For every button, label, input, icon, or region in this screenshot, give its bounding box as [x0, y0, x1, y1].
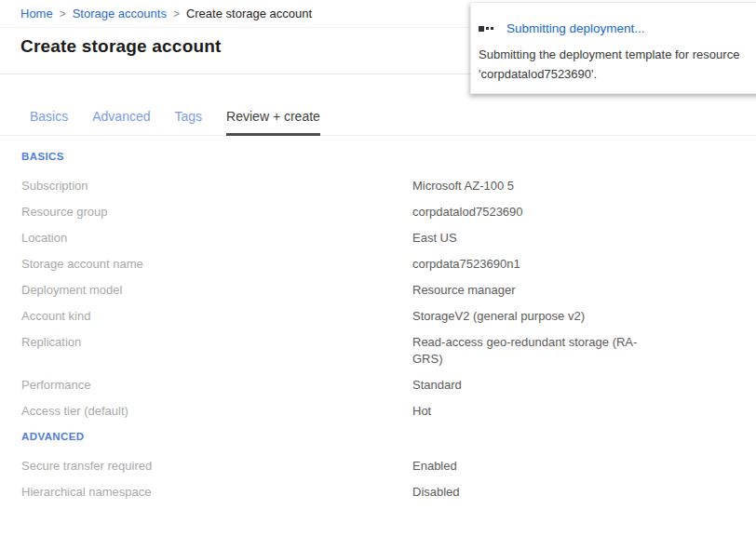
review-row-replication: ReplicationRead-access geo-redundant sto… — [21, 334, 756, 368]
review-value: corpdata7523690n1 — [412, 256, 647, 273]
section-header-basics: BASICS — [21, 151, 756, 162]
review-row-hierarchical-namespace: Hierarchical namespaceDisabled — [21, 484, 756, 501]
review-label: Location — [21, 230, 412, 247]
review-row-secure-transfer-required: Secure transfer requiredEnabled — [21, 458, 756, 475]
toast-title-link[interactable]: Submitting deployment... — [506, 21, 645, 35]
tab-review-create[interactable]: Review + create — [226, 109, 320, 136]
review-label: Deployment model — [21, 282, 412, 299]
review-label: Hierarchical namespace — [21, 484, 412, 501]
review-value: StorageV2 (general purpose v2) — [412, 308, 647, 325]
review-label: Resource group — [21, 204, 412, 221]
review-label: Performance — [21, 377, 412, 394]
review-row-subscription: SubscriptionMicrosoft AZ-100 5 — [21, 178, 756, 194]
review-content: BASICSSubscriptionMicrosoft AZ-100 5Reso… — [0, 151, 756, 501]
review-row-storage-account-name: Storage account namecorpdata7523690n1 — [21, 256, 756, 273]
review-row-deployment-model: Deployment modelResource manager — [21, 282, 756, 299]
review-value: corpdatalod7523690 — [412, 204, 647, 221]
breadcrumb-item-home[interactable]: Home — [20, 7, 53, 20]
review-row-resource-group: Resource groupcorpdatalod7523690 — [21, 204, 756, 221]
breadcrumb-item-create-storage-account: Create storage account — [186, 7, 312, 20]
review-label: Subscription — [21, 178, 412, 194]
review-row-performance: PerformanceStandard — [21, 377, 756, 394]
notification-toast: Submitting deployment... Submitting the … — [470, 2, 756, 94]
breadcrumb-separator: > — [173, 7, 180, 20]
tab-bar: BasicsAdvancedTagsReview + create — [0, 108, 756, 136]
section-header-advanced: ADVANCED — [21, 431, 756, 442]
review-value: Read-access geo-redundant storage (RA-GR… — [412, 334, 647, 368]
tab-basics[interactable]: Basics — [30, 109, 68, 133]
tab-tags[interactable]: Tags — [175, 109, 203, 133]
review-value: Microsoft AZ-100 5 — [412, 178, 647, 194]
breadcrumb-item-storage-accounts[interactable]: Storage accounts — [73, 7, 167, 20]
review-row-account-kind: Account kindStorageV2 (general purpose v… — [21, 308, 756, 325]
review-label: Secure transfer required — [21, 458, 412, 475]
breadcrumb-separator: > — [60, 7, 66, 20]
review-value: Enabled — [412, 458, 647, 475]
review-row-access-tier-default: Access tier (default)Hot — [21, 403, 756, 420]
review-value: East US — [412, 230, 647, 247]
deployment-progress-icon — [479, 26, 495, 32]
review-value: Resource manager — [412, 282, 647, 299]
toast-body-line-1: Submitting the deployment template for r… — [479, 45, 756, 64]
review-label: Storage account name — [21, 256, 412, 273]
review-value: Disabled — [412, 484, 647, 501]
review-label: Account kind — [21, 308, 412, 325]
tab-advanced[interactable]: Advanced — [92, 109, 150, 133]
review-value: Hot — [412, 403, 647, 420]
toast-body-line-2: 'corpdatalod7523690'. — [479, 64, 756, 84]
review-label: Access tier (default) — [21, 403, 412, 420]
review-value: Standard — [412, 377, 647, 394]
review-row-location: LocationEast US — [21, 230, 756, 247]
toast-title-row: Submitting deployment... — [479, 21, 756, 35]
review-label: Replication — [21, 334, 412, 368]
